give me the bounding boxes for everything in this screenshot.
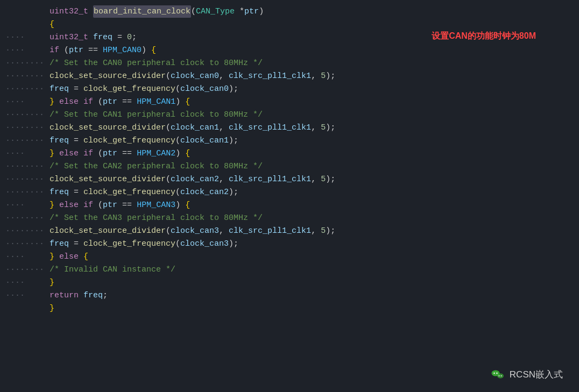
code-line-1: uint32_t board_init_can_clock ( CAN_Type… (0, 5, 579, 18)
code-line-23: ···· return freq ; (0, 289, 579, 302)
code-line-15: ········ freq = clock_get_frequency ( cl… (0, 186, 579, 199)
function-name: board_init_can_clock (93, 5, 191, 18)
code-line-5: ········ /* Set the CAN0 peripheral cloc… (0, 57, 579, 70)
code-line-16: ···· } else if ( ptr == HPM_CAN3 ) { (0, 199, 579, 212)
code-line-17: ········ /* Set the CAN3 peripheral cloc… (0, 212, 579, 225)
code-line-9: ········ /* Set the CAN1 peripheral cloc… (0, 109, 579, 122)
code-line-21: ········ /* Invalid CAN instance */ (0, 263, 579, 276)
code-line-18: ········ clock_set_source_divider ( cloc… (0, 225, 579, 238)
code-line-11: ········ freq = clock_get_frequency ( cl… (0, 134, 579, 147)
code-line-19: ········ freq = clock_get_frequency ( cl… (0, 238, 579, 251)
annotation-text: 设置CAN的功能时钟为80M (432, 30, 536, 43)
svg-point-2 (496, 373, 497, 374)
code-line-24: } (0, 302, 579, 315)
svg-point-5 (500, 375, 502, 376)
code-line-22: ···· } (0, 276, 579, 289)
code-line-8: ···· } else if ( ptr == HPM_CAN1 ) { (0, 96, 579, 109)
svg-point-1 (493, 373, 495, 374)
code-line-6: ········ clock_set_source_divider ( cloc… (0, 70, 579, 83)
code-line-7: ········ freq = clock_get_frequency ( cl… (0, 83, 579, 96)
code-line-10: ········ clock_set_source_divider ( cloc… (0, 122, 579, 134)
code-container: uint32_t board_init_can_clock ( CAN_Type… (0, 0, 579, 320)
svg-point-3 (497, 374, 504, 379)
code-line-13: ········ /* Set the CAN2 peripheral cloc… (0, 160, 579, 173)
wechat-icon (490, 367, 505, 382)
footer-brand: RCSN嵌入式 (490, 367, 563, 382)
code-line-20: ···· } else { (0, 251, 579, 263)
code-line-14: ········ clock_set_source_divider ( cloc… (0, 173, 579, 186)
brand-label: RCSN嵌入式 (510, 368, 563, 382)
code-line-4: ···· if ( ptr == HPM_CAN0 ) { (0, 44, 579, 57)
code-line-12: ···· } else if ( ptr == HPM_CAN2 ) { (0, 147, 579, 160)
svg-point-4 (498, 375, 499, 376)
